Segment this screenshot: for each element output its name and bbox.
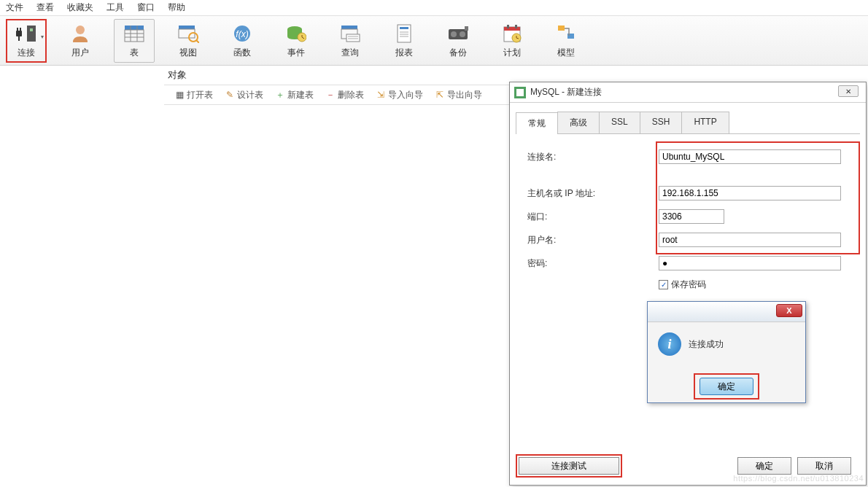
- svg-rect-7: [125, 26, 144, 30]
- msgbox-close-button[interactable]: X: [776, 304, 802, 317]
- tab-advanced[interactable]: 高级: [557, 112, 600, 133]
- svg-text:f(x): f(x): [236, 29, 248, 39]
- svg-point-35: [460, 31, 465, 37]
- toolbar-query[interactable]: 查询: [330, 19, 371, 63]
- tab-ssh[interactable]: SSH: [640, 112, 683, 133]
- highlight-annotation: 确定: [694, 373, 759, 400]
- success-message-box: X i 连接成功 确定: [647, 301, 806, 403]
- input-conn-name[interactable]: [659, 149, 841, 164]
- toolbar-view[interactable]: 视图: [168, 19, 209, 63]
- svg-rect-0: [27, 26, 36, 42]
- toolbar-report[interactable]: 报表: [384, 19, 425, 63]
- objects-tab-label: 对象: [168, 69, 187, 82]
- dialog-titlebar: MySQL - 新建连接 ✕: [510, 82, 866, 103]
- svg-rect-8: [125, 30, 144, 42]
- table-icon: [123, 22, 146, 45]
- toolbar-query-label: 查询: [341, 47, 359, 59]
- tab-general[interactable]: 常规: [516, 112, 558, 134]
- subtool-import[interactable]: ⇲导入向导: [371, 87, 427, 103]
- objects-tab[interactable]: 对象: [160, 66, 194, 85]
- subtool-open-table[interactable]: ▦打开表: [170, 87, 217, 103]
- input-port[interactable]: [659, 209, 724, 224]
- menu-help[interactable]: 帮助: [168, 1, 185, 14]
- user-icon: [69, 22, 92, 45]
- msgbox-ok-button[interactable]: 确定: [700, 378, 753, 395]
- form-area: 连接名: 主机名或 IP 地址: 端口: 用户名: 密码: ✓ 保存密码: [516, 134, 860, 298]
- dialog-close-button[interactable]: ✕: [838, 85, 859, 97]
- toolbar-connect-label: 连接: [18, 47, 35, 59]
- menu-file[interactable]: 文件: [6, 1, 23, 14]
- toolbar-schedule[interactable]: 计划: [492, 19, 532, 63]
- import-icon: ⇲: [376, 90, 386, 100]
- toolbar-model[interactable]: 模型: [546, 19, 586, 63]
- toolbar-schedule-label: 计划: [503, 47, 521, 59]
- label-save-password: 保存密码: [671, 278, 706, 291]
- toolbar-view-label: 视图: [179, 47, 197, 59]
- input-user[interactable]: [659, 233, 841, 247]
- schedule-icon: [500, 22, 524, 45]
- chevron-down-icon: ▾: [41, 34, 44, 40]
- msgbox-titlebar: X: [648, 302, 805, 322]
- svg-point-6: [76, 26, 85, 34]
- subtool-delete-table[interactable]: －删除表: [321, 87, 368, 103]
- label-host: 主机名或 IP 地址:: [527, 187, 659, 200]
- model-icon: [554, 22, 578, 45]
- toolbar-user[interactable]: 用户: [60, 19, 101, 63]
- tab-http[interactable]: HTTP: [681, 112, 729, 133]
- dialog-cancel-button[interactable]: 取消: [797, 457, 851, 475]
- svg-rect-29: [400, 27, 408, 29]
- input-host[interactable]: [659, 186, 841, 200]
- view-icon: [177, 22, 200, 45]
- svg-point-34: [451, 31, 457, 37]
- watermark: https://blog.csdn.net/u013810234: [733, 474, 864, 483]
- toolbar-function-label: 函数: [233, 47, 251, 59]
- svg-rect-13: [179, 26, 195, 29]
- menu-favorites[interactable]: 收藏夹: [67, 1, 93, 14]
- toolbar-table-label: 表: [130, 47, 139, 59]
- backup-icon: [446, 22, 470, 45]
- toolbar-table[interactable]: 表: [114, 19, 155, 63]
- export-icon: ⇱: [435, 90, 445, 100]
- menu-view[interactable]: 查看: [36, 1, 54, 14]
- svg-rect-38: [504, 27, 520, 31]
- svg-rect-47: [516, 89, 524, 96]
- menubar: 文件 查看 收藏夹 工具 窗口 帮助: [0, 0, 868, 16]
- svg-rect-40: [515, 25, 517, 28]
- dialog-tabs: 常规 高级 SSL SSH HTTP: [516, 112, 860, 134]
- svg-rect-36: [465, 26, 468, 31]
- menu-tools[interactable]: 工具: [106, 1, 124, 14]
- msgbox-text: 连接成功: [689, 338, 724, 351]
- svg-rect-23: [341, 26, 357, 29]
- subtool-label: 导入向导: [388, 89, 423, 101]
- subtool-export[interactable]: ⇱导出向导: [430, 87, 487, 103]
- subtool-label: 删除表: [338, 89, 364, 101]
- info-icon: i: [658, 332, 681, 356]
- tab-ssl[interactable]: SSL: [599, 112, 640, 133]
- toolbar-event-label: 事件: [287, 47, 305, 59]
- msgbox-body: i 连接成功: [648, 322, 805, 356]
- new-connection-dialog: MySQL - 新建连接 ✕ 常规 高级 SSL SSH HTTP 连接名: 主…: [509, 82, 867, 486]
- toolbar-function[interactable]: f(x) 函数: [222, 19, 263, 63]
- dialog-ok-button[interactable]: 确定: [737, 457, 791, 475]
- delete-icon: －: [325, 90, 336, 100]
- svg-rect-2: [16, 31, 22, 36]
- test-connection-button[interactable]: 连接测试: [519, 457, 619, 475]
- event-icon: [284, 22, 308, 45]
- mysql-icon: [514, 87, 526, 98]
- checkbox-save-password[interactable]: ✓: [659, 280, 668, 289]
- subtool-label: 新建表: [287, 89, 314, 101]
- function-icon: f(x): [230, 22, 254, 45]
- subtool-label: 设计表: [237, 89, 263, 101]
- subtool-design-table[interactable]: ✎设计表: [220, 87, 268, 103]
- input-password[interactable]: [659, 256, 841, 270]
- toolbar-event[interactable]: 事件: [276, 19, 317, 63]
- toolbar-backup[interactable]: 备份: [438, 19, 478, 63]
- new-icon: ＋: [275, 90, 285, 100]
- toolbar-user-label: 用户: [71, 47, 89, 59]
- toolbar-connect[interactable]: 连接 ▾: [6, 19, 47, 63]
- subtool-label: 导出向导: [447, 89, 482, 101]
- main-toolbar: 连接 ▾ 用户 表 视图 f(x) 函数 事件 查询: [0, 16, 868, 66]
- subtool-label: 打开表: [187, 89, 213, 101]
- menu-window[interactable]: 窗口: [137, 1, 155, 14]
- subtool-new-table[interactable]: ＋新建表: [271, 87, 318, 103]
